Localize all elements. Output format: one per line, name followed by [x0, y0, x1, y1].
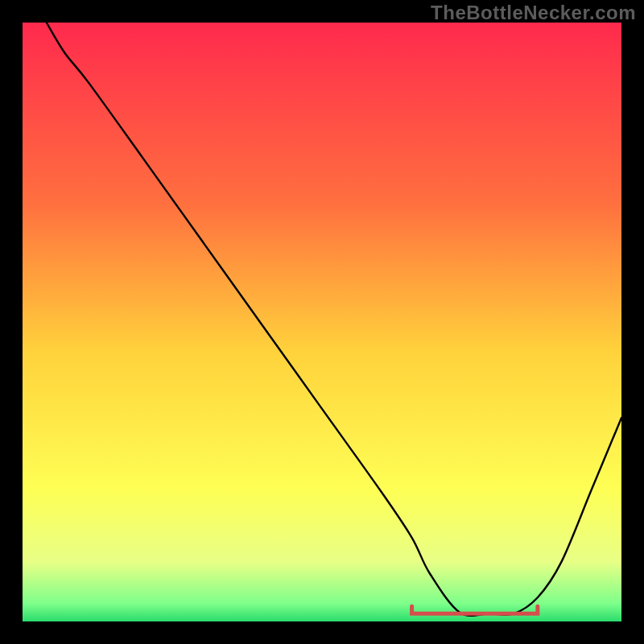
plot-area	[23, 23, 621, 621]
chart-svg	[23, 23, 621, 621]
chart-background	[23, 23, 621, 621]
chart-container: TheBottleNecker.com	[0, 0, 644, 644]
watermark-text: TheBottleNecker.com	[431, 2, 636, 24]
